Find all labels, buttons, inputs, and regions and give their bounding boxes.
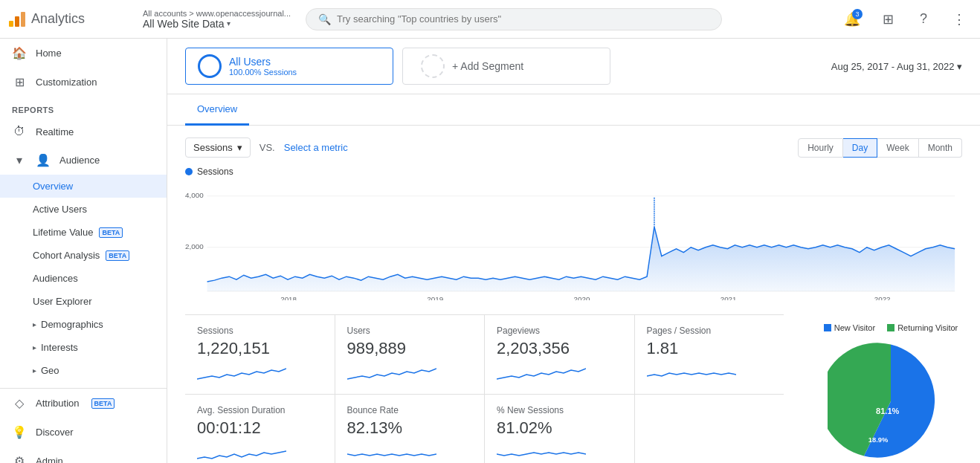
geo-expand-icon: ▸: [33, 366, 36, 375]
sessions-legend-dot: [185, 168, 193, 175]
sidebar-subitem-audiences[interactable]: Audiences: [0, 267, 167, 290]
stat-new-sessions-sparkline: [497, 442, 622, 463]
stat-pps-value: 1.81: [647, 339, 773, 358]
demographics-expand-icon: ▸: [33, 320, 36, 328]
time-btn-hourly[interactable]: Hourly: [798, 138, 843, 158]
svg-text:2,000: 2,000: [185, 242, 204, 250]
sidebar-subitem-geo[interactable]: ▸ Geo: [0, 359, 167, 382]
analytics-logo-icon: [9, 12, 25, 27]
account-dropdown-arrow: ▾: [227, 19, 231, 27]
tab-overview[interactable]: Overview: [185, 94, 249, 126]
sidebar-subitem-lifetime-value[interactable]: Lifetime Value BETA: [0, 221, 167, 244]
chart-svg-wrapper: 4,000 2,000 2018 2019 2020 2021 2022: [185, 183, 962, 302]
metric-selector[interactable]: Sessions ▾: [185, 137, 251, 158]
time-btn-month[interactable]: Month: [919, 138, 962, 158]
stats-row-2: Avg. Session Duration 00:01:12 Bounce Ra…: [185, 394, 784, 463]
stat-pageviews-sparkline: [497, 363, 622, 383]
svg-text:2022: 2022: [874, 295, 891, 300]
app-title: Analytics: [31, 11, 85, 27]
sidebar-overview-label: Overview: [33, 181, 73, 192]
stat-pageviews-label: Pageviews: [497, 326, 622, 336]
help-button[interactable]: ?: [912, 7, 935, 31]
chart-legend: Sessions: [185, 166, 962, 177]
sidebar-home-label: Home: [36, 48, 62, 59]
sidebar: 🏠 Home ⊞ Customization REPORTS ⏱ Realtim…: [0, 39, 167, 463]
breadcrumb: All accounts > www.openaccessjournal...: [143, 9, 291, 18]
add-segment-icon: [421, 54, 445, 78]
stat-bounce-label: Bounce Rate: [347, 405, 473, 415]
sidebar-user-explorer-label: User Explorer: [33, 296, 91, 307]
sidebar-subitem-user-explorer[interactable]: User Explorer: [0, 290, 167, 313]
stat-bounce-sparkline: [347, 442, 473, 463]
time-btn-day[interactable]: Day: [843, 138, 877, 158]
sidebar-customization-label: Customization: [36, 77, 97, 88]
add-segment-button[interactable]: + Add Segment: [402, 48, 610, 85]
stat-duration-label: Avg. Session Duration: [197, 405, 323, 415]
segment-bar: All Users 100.00% Sessions + Add Segment…: [167, 39, 980, 94]
chart-controls: Sessions ▾ VS. Select a metric Hourly Da…: [185, 137, 962, 158]
sidebar-realtime-label: Realtime: [36, 126, 74, 137]
attribution-beta-badge: BETA: [91, 398, 115, 409]
sessions-chart: 4,000 2,000 2018 2019 2020 2021 2022: [185, 183, 962, 300]
sidebar-item-audience[interactable]: ▾ 👤 Audience: [0, 146, 167, 175]
sidebar-subitem-interests[interactable]: ▸ Interests: [0, 336, 167, 359]
svg-text:2018: 2018: [280, 295, 297, 300]
audience-icon: ▾: [12, 153, 27, 167]
search-input[interactable]: [337, 13, 709, 25]
stat-bounce-value: 82.13%: [347, 418, 473, 438]
cohort-beta-badge: BETA: [106, 250, 129, 261]
sidebar-subitem-cohort-analysis[interactable]: Cohort Analysis BETA: [0, 244, 167, 267]
stat-bounce-rate: Bounce Rate 82.13%: [335, 395, 486, 463]
logo-area: Analytics: [9, 11, 128, 27]
customization-icon: ⊞: [12, 75, 27, 89]
metric-label: Sessions: [193, 142, 233, 153]
stat-sessions-label: Sessions: [197, 326, 323, 336]
svg-text:81.1%: 81.1%: [876, 407, 900, 415]
interests-expand-icon: ▸: [33, 343, 36, 352]
stat-pages-per-session: Pages / Session 1.81: [635, 315, 784, 394]
notifications-button[interactable]: 🔔 3: [840, 7, 864, 31]
select-metric-button[interactable]: Select a metric: [284, 142, 348, 153]
all-users-segment[interactable]: All Users 100.00% Sessions: [185, 48, 393, 85]
sidebar-subitem-active-users[interactable]: Active Users: [0, 198, 167, 221]
metric-dropdown-arrow: ▾: [237, 142, 242, 153]
account-selector[interactable]: All Web Site Data ▾: [143, 18, 291, 30]
header: Analytics All accounts > www.openaccessj…: [0, 0, 980, 39]
audience-person-icon: 👤: [36, 153, 51, 167]
sidebar-item-realtime[interactable]: ⏱ Realtime: [0, 117, 167, 146]
sidebar-subitem-overview[interactable]: Overview: [0, 175, 167, 198]
stat-pps-sparkline: [647, 363, 773, 383]
segment-info: All Users 100.00% Sessions: [229, 56, 297, 77]
stat-users-label: Users: [347, 326, 473, 336]
sidebar-attribution-label: Attribution: [36, 398, 80, 409]
discover-icon: 💡: [12, 425, 27, 439]
add-segment-label: + Add Segment: [452, 60, 523, 72]
date-range-selector[interactable]: Aug 25, 2017 - Aug 31, 2022 ▾: [831, 61, 962, 72]
svg-text:2021: 2021: [721, 295, 737, 300]
account-name-label: All Web Site Data: [143, 18, 224, 30]
sidebar-item-customization[interactable]: ⊞ Customization: [0, 68, 167, 97]
tab-overview-label: Overview: [197, 103, 237, 114]
sidebar-item-attribution[interactable]: ◇ Attribution BETA: [0, 389, 167, 418]
bottom-section: Sessions 1,220,151 Users 989,889: [167, 314, 980, 463]
attribution-icon: ◇: [12, 396, 27, 410]
vs-label: VS.: [259, 142, 275, 153]
sidebar-subitem-demographics[interactable]: ▸ Demographics: [0, 313, 167, 336]
search-bar[interactable]: 🔍: [306, 8, 722, 30]
time-btn-week[interactable]: Week: [877, 138, 918, 158]
returning-visitor-legend-label: Returning Visitor: [897, 323, 958, 332]
search-icon: 🔍: [318, 13, 331, 25]
pie-chart-area: New Visitor Returning Visitor 81.1%: [802, 314, 980, 463]
stat-users: Users 989,889: [335, 315, 486, 394]
svg-text:4,000: 4,000: [185, 191, 204, 199]
reports-section-label: REPORTS: [0, 97, 167, 117]
sidebar-item-home[interactable]: 🏠 Home: [0, 39, 167, 68]
sidebar-item-discover[interactable]: 💡 Discover: [0, 418, 167, 447]
more-options-button[interactable]: ⋮: [947, 7, 971, 31]
sidebar-discover-label: Discover: [36, 427, 74, 438]
realtime-icon: ⏱: [12, 125, 27, 138]
sidebar-item-admin[interactable]: ⚙ Admin: [0, 447, 167, 463]
apps-button[interactable]: ⊞: [876, 7, 900, 31]
stat-avg-duration: Avg. Session Duration 00:01:12: [185, 395, 335, 463]
header-icons: 🔔 3 ⊞ ? ⋮: [840, 7, 971, 31]
